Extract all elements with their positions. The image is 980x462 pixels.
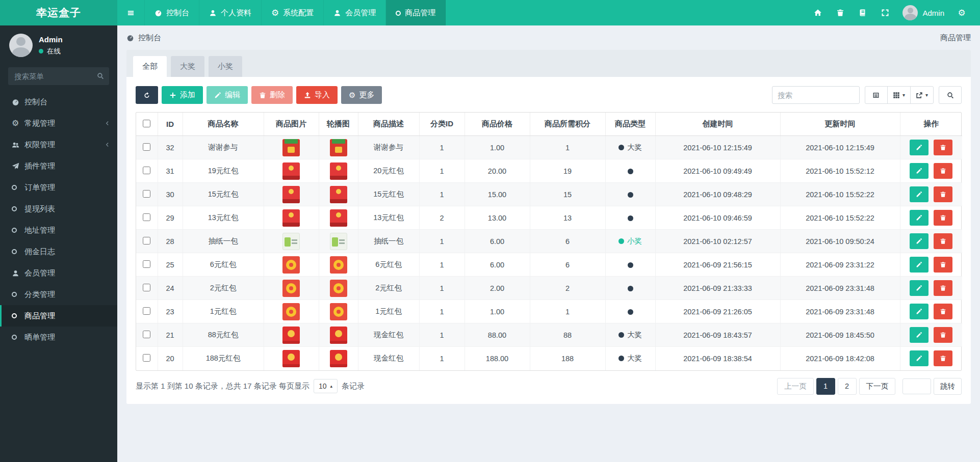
product-image[interactable] — [282, 233, 300, 250]
row-checkbox[interactable] — [143, 284, 150, 291]
brand-logo[interactable]: 幸运盒子 — [0, 0, 117, 25]
breadcrumb-item[interactable]: 控制台 — [138, 33, 161, 43]
product-image[interactable] — [282, 186, 300, 203]
row-checkbox[interactable] — [143, 331, 150, 338]
sidebar-item-general[interactable]: ⚙︎常规管理 — [0, 113, 117, 134]
edit-button[interactable] — [910, 350, 929, 366]
edit-button[interactable] — [910, 327, 929, 343]
edit-button[interactable] — [910, 257, 929, 273]
page-size-select[interactable]: 10 ▴ — [314, 379, 338, 393]
nav-item-profile[interactable]: 个人资料 — [199, 0, 262, 25]
carousel-image[interactable] — [330, 186, 347, 203]
sidebar-item-category[interactable]: 分类管理 — [0, 284, 117, 305]
delete-button[interactable]: 删除 — [251, 86, 293, 104]
edit-button[interactable] — [910, 304, 929, 319]
carousel-image[interactable] — [330, 233, 347, 250]
delete-button[interactable] — [934, 233, 952, 249]
sidebar-item-dashboard[interactable]: 控制台 — [0, 91, 117, 113]
product-image[interactable] — [282, 139, 300, 156]
sidebar-item-product[interactable]: 商品管理 — [0, 305, 117, 327]
product-image[interactable] — [282, 162, 300, 180]
page-jump-input[interactable] — [902, 378, 931, 394]
delete-button[interactable] — [934, 140, 952, 155]
carousel-image[interactable] — [330, 162, 347, 180]
delete-button[interactable] — [934, 163, 952, 179]
gears-icon-button[interactable]: ⚙︎ — [950, 0, 973, 25]
delete-button[interactable] — [934, 186, 952, 202]
nav-item-product-management[interactable]: 商品管理 — [386, 0, 446, 25]
carousel-image[interactable] — [330, 209, 347, 227]
page-jump-button[interactable]: 跳转 — [934, 378, 962, 395]
refresh-button[interactable] — [136, 86, 158, 104]
edit-button[interactable] — [910, 210, 929, 226]
sidebar-item-address[interactable]: 地址管理 — [0, 220, 117, 241]
delete-button[interactable] — [934, 280, 952, 296]
home-icon-button[interactable] — [807, 0, 829, 25]
edit-button[interactable] — [910, 233, 929, 249]
sidebar-item-auth[interactable]: 权限管理 — [0, 134, 117, 155]
delete-button[interactable] — [934, 327, 952, 343]
row-checkbox[interactable] — [143, 260, 150, 268]
product-image[interactable] — [282, 303, 300, 320]
nav-item-system-config[interactable]: ⚙︎系统配置 — [262, 0, 324, 25]
expand-icon-button[interactable] — [874, 0, 896, 25]
pagination-page-1[interactable]: 1 — [816, 378, 835, 395]
delete-button[interactable] — [934, 257, 952, 273]
sidebar-item-commission[interactable]: 佣金日志 — [0, 241, 117, 262]
carousel-image[interactable] — [330, 139, 347, 156]
edit-button[interactable] — [910, 163, 929, 179]
row-checkbox[interactable] — [143, 190, 150, 198]
detail-view-button[interactable] — [865, 86, 888, 104]
more-button[interactable]: ⚙︎更多 — [341, 86, 382, 104]
nav-item-member-management[interactable]: 会员管理 — [324, 0, 386, 25]
product-image[interactable] — [282, 350, 300, 367]
row-checkbox[interactable] — [143, 237, 150, 244]
edit-button[interactable] — [910, 280, 929, 296]
edit-button[interactable] — [910, 140, 929, 155]
tab-all[interactable]: 全部 — [133, 56, 167, 77]
carousel-image[interactable] — [330, 256, 347, 274]
delete-button[interactable] — [934, 304, 952, 319]
carousel-image[interactable] — [330, 280, 347, 297]
sidebar-item-addon[interactable]: 插件管理 — [0, 155, 117, 177]
carousel-image[interactable] — [330, 350, 347, 367]
tab-small-prize[interactable]: 小奖 — [209, 56, 242, 77]
row-checkbox[interactable] — [143, 167, 150, 174]
carousel-image[interactable] — [330, 303, 347, 320]
nav-item-dashboard[interactable]: 控制台 — [145, 0, 199, 25]
sidebar-item-member[interactable]: 会员管理 — [0, 262, 117, 284]
pagination-prev[interactable]: 上一页 — [777, 378, 814, 395]
product-image[interactable] — [282, 209, 300, 227]
product-image[interactable] — [282, 280, 300, 297]
delete-button[interactable] — [934, 210, 952, 226]
carousel-image[interactable] — [330, 327, 347, 344]
tab-big-prize[interactable]: 大奖 — [171, 56, 204, 77]
navbar-user[interactable]: Admin — [896, 5, 950, 20]
book-icon-button[interactable] — [852, 0, 874, 25]
row-checkbox[interactable] — [143, 354, 150, 362]
add-button[interactable]: 添加 — [162, 86, 203, 104]
trash-icon-button[interactable] — [829, 0, 852, 25]
search-toggle-button[interactable] — [939, 86, 962, 104]
table-search-input[interactable] — [772, 86, 860, 104]
sidebar-item-order[interactable]: 订单管理 — [0, 177, 117, 198]
row-checkbox[interactable] — [143, 213, 150, 221]
row-checkbox[interactable] — [143, 307, 150, 315]
trash-icon — [836, 9, 844, 17]
pagination-next[interactable]: 下一页 — [859, 378, 896, 395]
delete-button[interactable] — [934, 350, 952, 366]
columns-button[interactable]: ▾ — [887, 86, 911, 104]
export-button[interactable]: ▾ — [910, 86, 934, 104]
edit-button[interactable] — [910, 186, 929, 202]
edit-button[interactable]: 编辑 — [207, 86, 248, 104]
product-image[interactable] — [282, 327, 300, 344]
import-button[interactable]: 导入 — [296, 86, 338, 104]
sidebar-item-withdraw[interactable]: 提现列表 — [0, 198, 117, 220]
select-all-checkbox[interactable] — [143, 120, 150, 127]
row-checkbox[interactable] — [143, 143, 150, 151]
sidebar-item-share-order[interactable]: 晒单管理 — [0, 327, 117, 348]
pagination-page-2[interactable]: 2 — [838, 378, 857, 395]
nav-item-sidebar-toggle[interactable] — [117, 0, 145, 25]
sidebar-search-input[interactable] — [8, 67, 109, 85]
product-image[interactable] — [282, 256, 300, 274]
